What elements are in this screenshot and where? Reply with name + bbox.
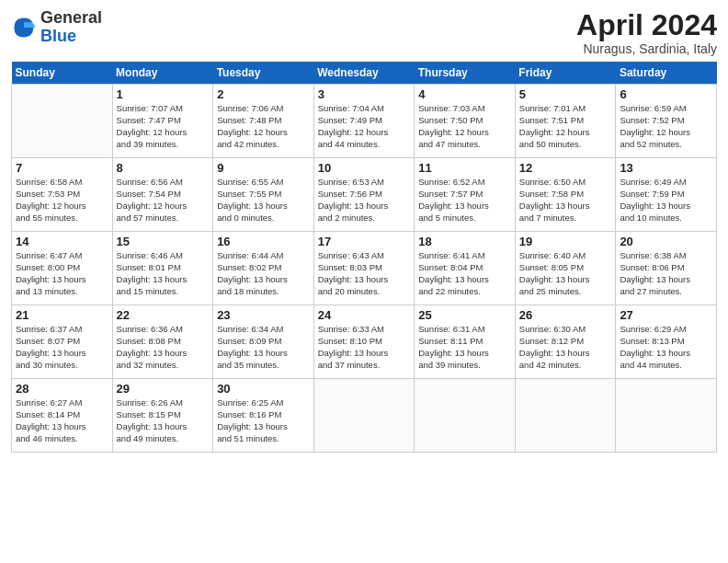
day-info: Sunrise: 7:06 AM Sunset: 7:48 PM Dayligh… — [217, 103, 310, 150]
header-saturday: Saturday — [616, 62, 717, 85]
table-row: 6Sunrise: 6:59 AM Sunset: 7:52 PM Daylig… — [616, 85, 717, 158]
day-number: 12 — [519, 161, 612, 175]
day-info: Sunrise: 6:59 AM Sunset: 7:52 PM Dayligh… — [620, 103, 712, 150]
day-info: Sunrise: 6:49 AM Sunset: 7:59 PM Dayligh… — [620, 177, 712, 224]
calendar-table: SundayMondayTuesdayWednesdayThursdayFrid… — [11, 62, 717, 453]
table-row — [515, 379, 616, 453]
day-number: 11 — [418, 161, 511, 175]
day-info: Sunrise: 6:37 AM Sunset: 8:07 PM Dayligh… — [16, 324, 108, 371]
day-number: 9 — [217, 161, 310, 175]
table-row: 21Sunrise: 6:37 AM Sunset: 8:07 PM Dayli… — [12, 305, 113, 379]
table-row: 5Sunrise: 7:01 AM Sunset: 7:51 PM Daylig… — [515, 85, 616, 158]
table-row: 7Sunrise: 6:58 AM Sunset: 7:53 PM Daylig… — [12, 158, 113, 232]
table-row: 23Sunrise: 6:34 AM Sunset: 8:09 PM Dayli… — [213, 305, 314, 379]
day-info: Sunrise: 6:31 AM Sunset: 8:11 PM Dayligh… — [418, 324, 511, 371]
day-info: Sunrise: 6:26 AM Sunset: 8:15 PM Dayligh… — [117, 397, 210, 444]
table-row: 18Sunrise: 6:41 AM Sunset: 8:04 PM Dayli… — [415, 232, 516, 305]
table-row: 25Sunrise: 6:31 AM Sunset: 8:11 PM Dayli… — [415, 305, 516, 379]
day-number: 28 — [16, 382, 108, 396]
table-row: 16Sunrise: 6:44 AM Sunset: 8:02 PM Dayli… — [213, 232, 314, 305]
day-info: Sunrise: 6:33 AM Sunset: 8:10 PM Dayligh… — [318, 324, 411, 371]
day-info: Sunrise: 6:41 AM Sunset: 8:04 PM Dayligh… — [418, 250, 511, 297]
table-row: 17Sunrise: 6:43 AM Sunset: 8:03 PM Dayli… — [313, 232, 415, 305]
day-info: Sunrise: 6:47 AM Sunset: 8:00 PM Dayligh… — [16, 250, 108, 297]
day-info: Sunrise: 6:46 AM Sunset: 8:01 PM Dayligh… — [117, 250, 210, 297]
day-number: 5 — [519, 87, 612, 101]
week-row-4: 21Sunrise: 6:37 AM Sunset: 8:07 PM Dayli… — [12, 305, 717, 379]
day-number: 21 — [16, 308, 108, 322]
day-info: Sunrise: 7:07 AM Sunset: 7:47 PM Dayligh… — [117, 103, 210, 150]
header-wednesday: Wednesday — [313, 62, 415, 85]
day-number: 1 — [117, 87, 210, 101]
day-number: 15 — [117, 235, 210, 248]
table-row: 27Sunrise: 6:29 AM Sunset: 8:13 PM Dayli… — [616, 305, 717, 379]
month-title: April 2024 — [576, 9, 717, 41]
table-row: 28Sunrise: 6:27 AM Sunset: 8:14 PM Dayli… — [12, 379, 113, 453]
table-row: 26Sunrise: 6:30 AM Sunset: 8:12 PM Dayli… — [515, 305, 616, 379]
page-container: General Blue April 2024 Nuragus, Sardini… — [0, 0, 728, 462]
table-row: 2Sunrise: 7:06 AM Sunset: 7:48 PM Daylig… — [213, 85, 314, 158]
table-row: 11Sunrise: 6:52 AM Sunset: 7:57 PM Dayli… — [415, 158, 516, 232]
day-number: 10 — [318, 161, 411, 175]
header-monday: Monday — [112, 62, 213, 85]
day-number: 27 — [620, 308, 712, 322]
day-number: 16 — [217, 235, 310, 248]
table-row: 10Sunrise: 6:53 AM Sunset: 7:56 PM Dayli… — [313, 158, 415, 232]
table-row — [313, 379, 415, 453]
logo-icon — [11, 15, 37, 40]
table-row: 4Sunrise: 7:03 AM Sunset: 7:50 PM Daylig… — [415, 85, 516, 158]
day-number: 19 — [519, 235, 612, 248]
table-row: 9Sunrise: 6:55 AM Sunset: 7:55 PM Daylig… — [213, 158, 314, 232]
day-info: Sunrise: 6:36 AM Sunset: 8:08 PM Dayligh… — [117, 324, 210, 371]
day-number: 29 — [117, 382, 210, 396]
day-number: 13 — [620, 161, 712, 175]
day-number: 22 — [117, 308, 210, 322]
day-number: 18 — [418, 235, 511, 248]
table-row: 22Sunrise: 6:36 AM Sunset: 8:08 PM Dayli… — [112, 305, 213, 379]
week-row-1: 1Sunrise: 7:07 AM Sunset: 7:47 PM Daylig… — [12, 85, 717, 158]
location: Nuragus, Sardinia, Italy — [576, 41, 717, 56]
day-number: 24 — [318, 308, 411, 322]
table-row: 3Sunrise: 7:04 AM Sunset: 7:49 PM Daylig… — [313, 85, 415, 158]
day-info: Sunrise: 6:52 AM Sunset: 7:57 PM Dayligh… — [418, 177, 511, 224]
day-number: 20 — [620, 235, 712, 248]
week-row-3: 14Sunrise: 6:47 AM Sunset: 8:00 PM Dayli… — [12, 232, 717, 305]
day-number: 23 — [217, 308, 310, 322]
table-row: 24Sunrise: 6:33 AM Sunset: 8:10 PM Dayli… — [313, 305, 415, 379]
day-number: 6 — [620, 87, 712, 101]
table-row — [415, 379, 516, 453]
title-block: April 2024 Nuragus, Sardinia, Italy — [576, 9, 717, 56]
week-row-5: 28Sunrise: 6:27 AM Sunset: 8:14 PM Dayli… — [12, 379, 717, 453]
day-info: Sunrise: 6:34 AM Sunset: 8:09 PM Dayligh… — [217, 324, 310, 371]
day-number: 30 — [217, 382, 310, 396]
header-thursday: Thursday — [415, 62, 516, 85]
table-row: 19Sunrise: 6:40 AM Sunset: 8:05 PM Dayli… — [515, 232, 616, 305]
day-info: Sunrise: 6:44 AM Sunset: 8:02 PM Dayligh… — [217, 250, 310, 297]
calendar-header-row: SundayMondayTuesdayWednesdayThursdayFrid… — [12, 62, 717, 85]
header-sunday: Sunday — [12, 62, 113, 85]
day-number: 26 — [519, 308, 612, 322]
day-number: 17 — [318, 235, 411, 248]
day-info: Sunrise: 6:55 AM Sunset: 7:55 PM Dayligh… — [217, 177, 310, 224]
day-number: 8 — [117, 161, 210, 175]
day-info: Sunrise: 6:58 AM Sunset: 7:53 PM Dayligh… — [16, 177, 108, 224]
day-info: Sunrise: 6:30 AM Sunset: 8:12 PM Dayligh… — [519, 324, 612, 371]
day-number: 25 — [418, 308, 511, 322]
day-number: 3 — [318, 87, 411, 101]
day-info: Sunrise: 6:38 AM Sunset: 8:06 PM Dayligh… — [620, 250, 712, 297]
header: General Blue April 2024 Nuragus, Sardini… — [11, 9, 717, 56]
day-info: Sunrise: 6:25 AM Sunset: 8:16 PM Dayligh… — [217, 397, 310, 444]
table-row: 30Sunrise: 6:25 AM Sunset: 8:16 PM Dayli… — [213, 379, 314, 453]
header-tuesday: Tuesday — [213, 62, 314, 85]
day-info: Sunrise: 6:53 AM Sunset: 7:56 PM Dayligh… — [318, 177, 411, 224]
logo-text: General Blue — [40, 9, 102, 46]
week-row-2: 7Sunrise: 6:58 AM Sunset: 7:53 PM Daylig… — [12, 158, 717, 232]
table-row: 8Sunrise: 6:56 AM Sunset: 7:54 PM Daylig… — [112, 158, 213, 232]
day-number: 2 — [217, 87, 310, 101]
table-row — [12, 85, 113, 158]
logo: General Blue — [11, 9, 102, 46]
table-row: 12Sunrise: 6:50 AM Sunset: 7:58 PM Dayli… — [515, 158, 616, 232]
day-info: Sunrise: 6:50 AM Sunset: 7:58 PM Dayligh… — [519, 177, 612, 224]
day-number: 14 — [16, 235, 108, 248]
table-row: 15Sunrise: 6:46 AM Sunset: 8:01 PM Dayli… — [112, 232, 213, 305]
